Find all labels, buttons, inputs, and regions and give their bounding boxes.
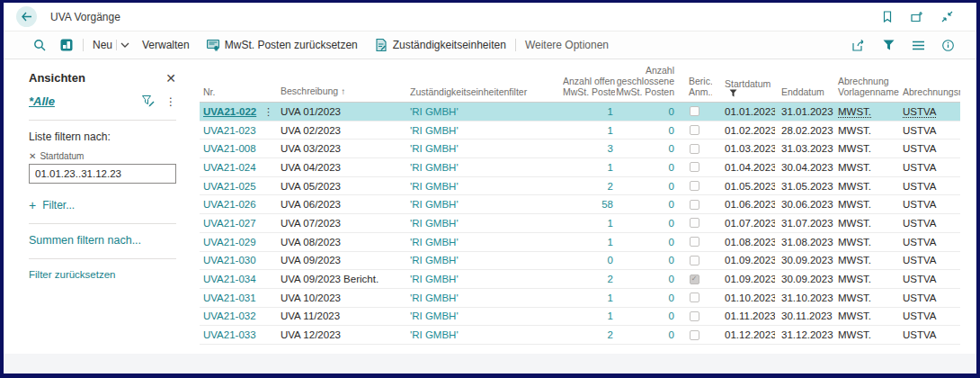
record-link[interactable]: UVA21-033 [203, 326, 256, 344]
cell-vorlagenname[interactable]: MWST. [834, 251, 901, 269]
cell-zustaendigkeitsfilter[interactable]: 'RI GMBH' [410, 103, 563, 121]
cell-geschlossene-posten[interactable]: 0 [615, 122, 676, 140]
record-link[interactable]: UVA21-034 [203, 270, 256, 288]
cell-zustaendigkeitsfilter[interactable]: 'RI GMBH' [410, 140, 563, 158]
record-link[interactable]: UVA21-026 [203, 195, 256, 213]
cell-startdatum[interactable]: 01.03.2023 [712, 140, 775, 158]
cell-offene-posten[interactable]: 2 [563, 326, 615, 344]
cell-startdatum[interactable]: 01.05.2023 [712, 177, 775, 195]
cell-abrechnungsname[interactable]: USTVA [901, 122, 960, 140]
cell-zustaendigkeitsfilter[interactable]: 'RI GMBH' [410, 195, 563, 213]
table-row[interactable]: UVA21-032 ⋮ UVA 11/2023 'RI GMBH' 1 0 01… [200, 308, 960, 327]
reset-vat-entries-button[interactable]: MwSt. Posten zurücksetzen [206, 38, 358, 52]
cell-offene-posten[interactable]: 1 [563, 103, 615, 121]
share-icon[interactable] [851, 38, 866, 52]
cell-abrechnungsname[interactable]: USTVA [901, 251, 960, 269]
cell-zustaendigkeitsfilter[interactable]: 'RI GMBH' [410, 251, 563, 269]
col-header-offene-posten[interactable]: Anzahl offeneMwSt. Posten [563, 76, 615, 97]
manage-button[interactable]: Verwalten [142, 39, 190, 51]
cell-enddatum[interactable]: 30.06.2023 [775, 195, 834, 213]
record-link[interactable]: UVA21-030 [203, 251, 256, 269]
cell-startdatum[interactable]: 01.02.2023 [712, 122, 775, 140]
cell-geschlossene-posten[interactable]: 0 [615, 103, 676, 121]
cell-vorlagenname[interactable]: MWST. [834, 214, 901, 232]
record-link[interactable]: UVA21-023 [203, 122, 256, 140]
cell-beschreibung[interactable]: UVA 04/2023 [281, 158, 410, 176]
cell-zustaendigkeitsfilter[interactable]: 'RI GMBH' [410, 326, 563, 344]
cell-offene-posten[interactable]: 58 [563, 195, 615, 213]
cell-zustaendigkeitsfilter[interactable]: 'RI GMBH' [410, 158, 563, 176]
cell-geschlossene-posten[interactable]: 0 [615, 214, 676, 232]
record-link[interactable]: UVA21-031 [203, 289, 256, 307]
cell-beschreibung[interactable]: UVA 12/2023 [281, 326, 410, 344]
cell-beschreibung[interactable]: UVA 06/2023 [281, 195, 410, 213]
layout-list-icon[interactable] [911, 38, 925, 52]
cell-vorlagenname[interactable]: MWST. [834, 233, 901, 251]
bericht-checkbox[interactable] [690, 162, 699, 172]
cell-vorlagenname[interactable]: MWST. [834, 270, 901, 288]
cell-abrechnungsname[interactable]: USTVA [901, 326, 960, 344]
record-link[interactable]: UVA21-027 [203, 214, 256, 232]
cell-enddatum[interactable]: 30.09.2023 [775, 270, 834, 288]
col-header-geschlossene-posten[interactable]: AnzahlgeschlosseneMwSt. Posten [615, 65, 676, 97]
cell-zustaendigkeitsfilter[interactable]: 'RI GMBH' [410, 289, 563, 307]
cell-offene-posten[interactable]: 1 [563, 158, 615, 176]
analysis-mode-icon[interactable] [59, 38, 74, 52]
bericht-checkbox[interactable] [690, 218, 699, 228]
search-icon[interactable] [32, 38, 47, 52]
close-icon[interactable]: ✕ [165, 72, 176, 85]
more-options-button[interactable]: Weitere Optionen [525, 39, 609, 51]
cell-startdatum[interactable]: 01.01.2023 [712, 103, 775, 121]
table-row[interactable]: UVA21-026 ⋮ UVA 06/2023 'RI GMBH' 58 0 0… [200, 195, 960, 214]
table-row[interactable]: UVA21-008 ⋮ UVA 03/2023 'RI GMBH' 3 0 01… [200, 140, 960, 158]
cell-enddatum[interactable]: 31.10.2023 [775, 289, 834, 307]
cell-vorlagenname[interactable]: MWST. [834, 177, 901, 195]
record-link[interactable]: UVA21-024 [203, 158, 256, 176]
cell-abrechnungsname[interactable]: USTVA [901, 214, 960, 232]
col-header-nr[interactable]: Nr. [200, 86, 281, 97]
cell-vorlagenname[interactable]: MWST. [834, 103, 901, 121]
table-row[interactable]: UVA21-033 ⋮ UVA 12/2023 'RI GMBH' 2 0 01… [200, 326, 960, 345]
table-row[interactable]: UVA21-029 ⋮ UVA 08/2023 'RI GMBH' 1 0 01… [200, 233, 960, 252]
cell-geschlossene-posten[interactable]: 0 [615, 140, 676, 158]
cell-beschreibung[interactable]: UVA 09/2023 [281, 251, 410, 269]
cell-enddatum[interactable]: 28.02.2023 [775, 122, 834, 140]
bericht-checkbox[interactable] [690, 237, 699, 247]
cell-zustaendigkeitsfilter[interactable]: 'RI GMBH' [410, 233, 563, 251]
cell-abrechnungsname[interactable]: USTVA [901, 270, 960, 288]
bericht-checkbox[interactable] [690, 311, 699, 321]
cell-enddatum[interactable]: 31.05.2023 [775, 177, 834, 195]
col-header-beschreibung[interactable]: Beschreibung↑ [281, 86, 410, 97]
table-row[interactable]: UVA21-030 ⋮ UVA 09/2023 'RI GMBH' 0 0 01… [200, 252, 960, 271]
cell-beschreibung[interactable]: UVA 01/2023 [281, 103, 410, 121]
cell-offene-posten[interactable]: 1 [563, 289, 615, 307]
cell-startdatum[interactable]: 01.06.2023 [712, 195, 775, 213]
save-view-icon[interactable] [142, 95, 155, 107]
cell-abrechnungsname[interactable]: USTVA [901, 158, 960, 176]
cell-enddatum[interactable]: 31.01.2023 [775, 103, 834, 121]
cell-startdatum[interactable]: 01.04.2023 [712, 158, 775, 176]
cell-beschreibung[interactable]: UVA 05/2023 [281, 177, 410, 195]
cell-startdatum[interactable]: 01.09.2023 [712, 251, 775, 269]
col-header-zustaendigkeitsfilter[interactable]: Zuständigkeitseinheitenfilter [410, 86, 563, 97]
cell-abrechnungsname[interactable]: USTVA [901, 307, 960, 325]
cell-vorlagenname[interactable]: MWST. [834, 307, 901, 325]
cell-zustaendigkeitsfilter[interactable]: 'RI GMBH' [410, 307, 563, 325]
cell-beschreibung[interactable]: UVA 02/2023 [281, 122, 410, 140]
collapse-icon[interactable] [940, 11, 953, 23]
cell-vorlagenname[interactable]: MWST. [834, 122, 901, 140]
cell-vorlagenname[interactable]: MWST. [834, 326, 901, 344]
cell-beschreibung[interactable]: UVA 07/2023 [281, 214, 410, 232]
cell-enddatum[interactable]: 31.07.2023 [775, 214, 834, 232]
bericht-checkbox[interactable] [690, 106, 699, 116]
cell-beschreibung[interactable]: UVA 03/2023 [281, 140, 410, 158]
record-link[interactable]: UVA21-022 [203, 103, 256, 121]
cell-beschreibung[interactable]: UVA 11/2023 [281, 307, 410, 325]
cell-enddatum[interactable]: 31.12.2023 [775, 326, 834, 344]
cell-abrechnungsname[interactable]: USTVA [901, 289, 960, 307]
cell-geschlossene-posten[interactable]: 0 [615, 195, 676, 213]
cell-zustaendigkeitsfilter[interactable]: 'RI GMBH' [410, 270, 563, 288]
col-header-abrechnungsname[interactable]: Abrechnungsna... [901, 86, 960, 97]
cell-offene-posten[interactable]: 2 [563, 270, 615, 288]
responsibility-units-button[interactable]: Zuständigkeitseinheiten [374, 38, 506, 52]
